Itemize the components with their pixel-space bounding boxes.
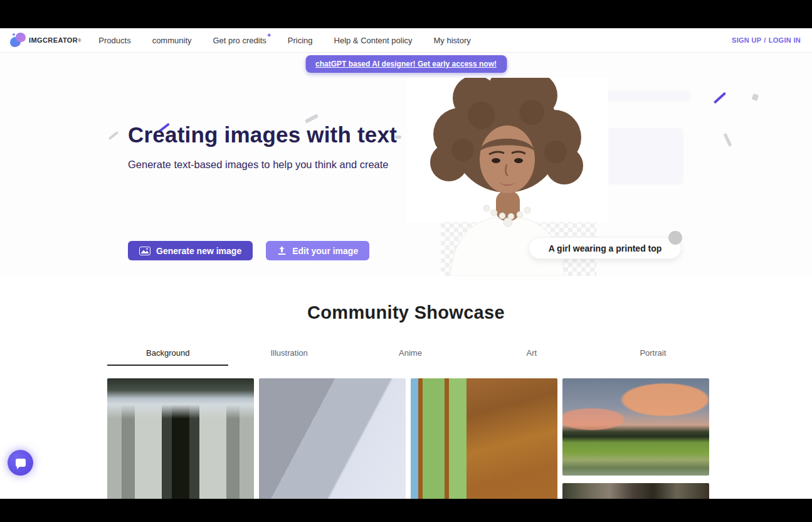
tab-art[interactable]: Art	[471, 348, 592, 366]
logo-blob-icon	[10, 33, 26, 48]
logo-registered-mark: ®	[78, 38, 81, 43]
page: IMGCREATOR ® Products community Get pro …	[0, 28, 812, 499]
nav-menu: Products community Get pro credits✦ Pric…	[98, 36, 470, 45]
gallery-column	[562, 378, 709, 499]
decorative-slash	[108, 131, 119, 140]
decorative-slash	[714, 92, 727, 104]
edit-your-image-button[interactable]: Edit your image	[266, 241, 369, 260]
gallery-image-sunset-rice-field[interactable]	[562, 378, 709, 476]
tab-background[interactable]: Background	[107, 348, 228, 366]
logo-text: IMGCREATOR	[29, 36, 78, 44]
caption-handle-dot	[668, 231, 682, 245]
gallery-image-cabin-interior[interactable]	[411, 378, 557, 499]
login-link[interactable]: LOGIN IN	[769, 36, 801, 44]
nav-item-my-history[interactable]: My history	[434, 36, 471, 45]
community-showcase-title: Community Showcase	[0, 302, 812, 323]
nav-item-help-content-policy[interactable]: Help & Content policy	[334, 36, 413, 45]
decorative-slash	[724, 133, 732, 147]
imgcreator-logo[interactable]: IMGCREATOR ®	[10, 33, 81, 48]
nav-item-products[interactable]: Products	[98, 36, 130, 45]
picture-icon	[139, 247, 150, 255]
hero-title: Creating images with text	[128, 122, 423, 147]
ghost-panel	[597, 90, 691, 102]
hero-subtitle: Generate text-based images to help you t…	[128, 159, 423, 171]
tab-portrait[interactable]: Portrait	[593, 348, 714, 366]
gallery-column	[411, 378, 557, 499]
nav-item-get-pro-credits[interactable]: Get pro credits✦	[213, 36, 266, 45]
hero-copy: Creating images with text Generate text-…	[128, 122, 423, 171]
chat-widget-button[interactable]	[8, 450, 33, 476]
auth-divider: /	[764, 36, 766, 44]
tab-anime[interactable]: Anime	[350, 348, 471, 366]
auth-links: SIGN UP / LOGIN IN	[732, 36, 801, 44]
hero-section: Creating images with text Generate text-…	[0, 53, 812, 276]
upload-icon	[277, 246, 287, 255]
prompt-caption-pill[interactable]: A girl wearing a printed top	[529, 237, 682, 259]
gallery-image-forest-blossoms[interactable]	[562, 483, 709, 499]
chatgpt-promo-banner[interactable]: chatGPT based AI designer! Get early acc…	[305, 55, 507, 73]
showcase-gallery	[107, 378, 714, 499]
gallery-image-concrete-corner-moss[interactable]	[259, 378, 406, 499]
sign-up-link[interactable]: SIGN UP	[732, 36, 761, 44]
tab-illustration[interactable]: Illustration	[228, 348, 349, 366]
letterbox-bottom	[0, 499, 812, 522]
letterbox-top	[0, 0, 812, 28]
top-navigation: IMGCREATOR ® Products community Get pro …	[0, 28, 812, 53]
nav-item-community[interactable]: community	[152, 36, 192, 45]
sparkle-icon: ✦	[266, 31, 272, 40]
gallery-image-concrete-corridor[interactable]	[107, 378, 254, 499]
gallery-column	[107, 378, 254, 499]
showcase-tabs: Background Illustration Anime Art Portra…	[107, 348, 714, 366]
hero-actions: Generate new image Edit your image	[128, 241, 369, 260]
chat-bubble-icon	[16, 459, 26, 467]
ghost-panel	[602, 128, 683, 184]
decorative-dash	[752, 93, 759, 101]
gallery-column	[259, 378, 406, 499]
nav-item-pricing[interactable]: Pricing	[288, 36, 313, 45]
generate-new-image-button[interactable]: Generate new image	[128, 241, 253, 260]
